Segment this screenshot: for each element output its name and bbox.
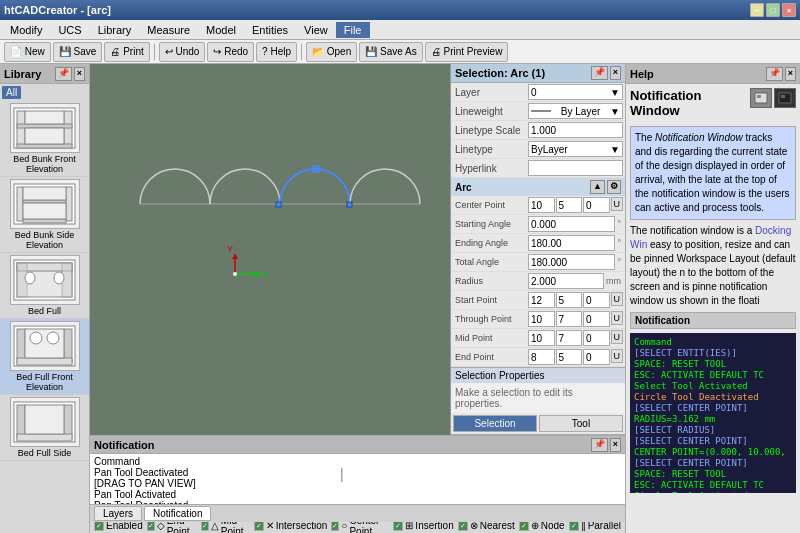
- menu-entities[interactable]: Entities: [244, 22, 296, 38]
- linetype-scale-value[interactable]: 1.000: [528, 122, 623, 138]
- minimize-button[interactable]: −: [750, 3, 764, 17]
- layer-row: Layer 0 ▼: [451, 83, 625, 102]
- total-angle-value[interactable]: 180.000: [528, 254, 615, 270]
- through-point-z[interactable]: 0: [583, 311, 610, 327]
- svg-point-19: [25, 272, 35, 284]
- start-point-x[interactable]: 12: [528, 292, 555, 308]
- sidebar-item-bed-bunk-front[interactable]: Bed Bunk Front Elevation: [0, 101, 89, 177]
- menu-view[interactable]: View: [296, 22, 336, 38]
- sidebar-item-bed-bunk-side[interactable]: Bed Bunk Side Elevation: [0, 177, 89, 253]
- drawing-canvas[interactable]: X Y Selection: Arc (1) 📌 × Layer: [90, 64, 625, 435]
- tab-layers[interactable]: Layers: [94, 506, 142, 521]
- radius-value[interactable]: 2.000: [528, 273, 604, 289]
- mid-point-y[interactable]: 7: [556, 330, 583, 346]
- ending-angle-value[interactable]: 180.00: [528, 235, 615, 251]
- close-button[interactable]: ×: [782, 3, 796, 17]
- menu-file[interactable]: File: [336, 22, 370, 38]
- end-point-u-btn[interactable]: U: [611, 349, 624, 363]
- notification-content: Command Pan Tool Deactivated [DRAG TO PA…: [90, 454, 625, 504]
- svg-rect-31: [17, 434, 72, 441]
- selection-pin[interactable]: 📌: [591, 66, 608, 80]
- tab-notification[interactable]: Notification: [144, 506, 211, 521]
- through-point-y[interactable]: 7: [556, 311, 583, 327]
- hyperlink-value[interactable]: [528, 160, 623, 176]
- library-close[interactable]: ×: [74, 67, 85, 81]
- help-button[interactable]: ? Help: [256, 42, 297, 62]
- start-point-y[interactable]: 5: [556, 292, 583, 308]
- notification-close[interactable]: ×: [610, 438, 621, 452]
- menu-ucs[interactable]: UCS: [50, 22, 89, 38]
- through-point-u-btn[interactable]: U: [611, 311, 624, 325]
- library-pin[interactable]: 📌: [55, 67, 72, 81]
- arc-section-expand[interactable]: ▲: [590, 180, 605, 194]
- help-title: Help: [630, 68, 654, 80]
- maximize-button[interactable]: □: [766, 3, 780, 17]
- mid-point-u-btn[interactable]: U: [611, 330, 624, 344]
- toolbar-separator-2: [301, 44, 302, 60]
- linetype-value[interactable]: ByLayer ▼: [528, 141, 623, 157]
- through-point-x[interactable]: 10: [528, 311, 555, 327]
- end-point-z[interactable]: 0: [583, 349, 610, 365]
- lineweight-value[interactable]: By Layer ▼: [528, 103, 623, 119]
- menu-model[interactable]: Model: [198, 22, 244, 38]
- sidebar-item-bed-full[interactable]: Bed Full: [0, 253, 89, 319]
- arc-section-options[interactable]: ⚙: [607, 180, 621, 194]
- open-button[interactable]: 📂 Open: [306, 42, 357, 62]
- center-point-z[interactable]: 0: [583, 197, 610, 213]
- center-point-u-btn[interactable]: U: [611, 197, 624, 211]
- notification-pin[interactable]: 📌: [591, 438, 608, 452]
- selection-close[interactable]: ×: [610, 66, 621, 80]
- arc-section[interactable]: Arc ▲ ⚙: [451, 178, 625, 196]
- help-close[interactable]: ×: [785, 67, 796, 81]
- mid-point-x[interactable]: 10: [528, 330, 555, 346]
- cmd-label: Command: [94, 456, 621, 467]
- library-sidebar: Library 📌 × All: [0, 64, 90, 533]
- menu-library[interactable]: Library: [90, 22, 140, 38]
- layer-value[interactable]: 0 ▼: [528, 84, 623, 100]
- start-point-u-btn[interactable]: U: [611, 292, 624, 306]
- menu-measure[interactable]: Measure: [139, 22, 198, 38]
- toolbar-separator-1: [154, 44, 155, 60]
- notification-body-text: The Notification Window tracks and dis r…: [635, 131, 791, 215]
- mid-point-z[interactable]: 0: [583, 330, 610, 346]
- print-preview-button[interactable]: 🖨 Print Preview: [425, 42, 509, 62]
- starting-angle-value[interactable]: 0.000: [528, 216, 615, 232]
- end-point-label: End Point: [453, 352, 528, 362]
- save-button[interactable]: 💾 Save: [53, 42, 103, 62]
- bed-full-side-label: Bed Full Side: [2, 448, 87, 458]
- snap-centerpoint-check: ✓: [331, 521, 339, 531]
- selection-tool-btn[interactable]: Selection: [453, 415, 537, 432]
- end-point-y[interactable]: 5: [556, 349, 583, 365]
- svg-rect-8: [17, 187, 23, 221]
- center-area: X Y Selection: Arc (1) 📌 × Layer: [90, 64, 625, 533]
- svg-rect-36: [276, 202, 281, 207]
- undo-button[interactable]: ↩ Undo: [159, 42, 206, 62]
- tool-btn[interactable]: Tool: [539, 415, 623, 432]
- radius-label: Radius: [453, 276, 528, 286]
- end-point-x[interactable]: 8: [528, 349, 555, 365]
- selection-title: Selection: Arc (1): [455, 67, 545, 79]
- start-point-z[interactable]: 0: [583, 292, 610, 308]
- svg-rect-3: [17, 124, 72, 128]
- redo-button[interactable]: ↪ Redo: [207, 42, 254, 62]
- print-button[interactable]: 🖨 Print: [104, 42, 149, 62]
- svg-rect-37: [347, 202, 352, 207]
- sidebar-item-bed-full-side[interactable]: Bed Full Side: [0, 395, 89, 461]
- sidebar-item-bed-full-front[interactable]: Bed Full Front Elevation: [0, 319, 89, 395]
- new-button[interactable]: 📄 New: [4, 42, 51, 62]
- save-as-button[interactable]: 💾 Save As: [359, 42, 422, 62]
- main-area: Library 📌 × All: [0, 64, 800, 533]
- center-point-x[interactable]: 10: [528, 197, 555, 213]
- radius-unit: mm: [604, 276, 623, 286]
- snap-insertion-check: ✓: [393, 521, 403, 531]
- notification-area: Notification 📌 × Command Pan Tool Deacti…: [90, 435, 625, 515]
- notif-window-header: Notification Window: [630, 88, 796, 122]
- library-title: Library: [4, 68, 41, 80]
- menu-modify[interactable]: Modify: [2, 22, 50, 38]
- bed-full-side-preview: [10, 397, 80, 447]
- filter-all-button[interactable]: All: [2, 86, 21, 99]
- help-pin[interactable]: 📌: [766, 67, 783, 81]
- bed-full-side-svg: [12, 400, 77, 444]
- bed-bunk-front-svg: [12, 106, 77, 150]
- center-point-y[interactable]: 5: [556, 197, 583, 213]
